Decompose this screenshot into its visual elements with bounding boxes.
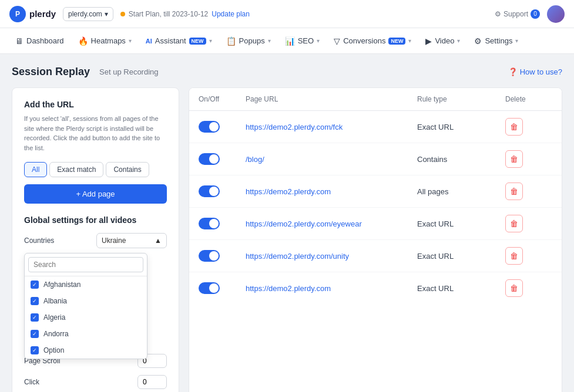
- table-row: https://demo2.plerdy.com All pages 🗑: [189, 175, 562, 208]
- url-row-5[interactable]: https://demo2.plerdy.com: [246, 284, 417, 293]
- nav-item-video[interactable]: ▶ Video ▾: [419, 33, 466, 49]
- conversions-icon: ▽: [334, 36, 340, 46]
- country-option-algeria[interactable]: Algeria: [25, 309, 147, 326]
- delete-button-row-5[interactable]: 🗑: [505, 279, 523, 297]
- country-option-andorra[interactable]: Andorra: [25, 326, 147, 342]
- click-input[interactable]: [137, 375, 167, 389]
- support-label: Support: [503, 10, 528, 18]
- nav-label-heatmaps: Heatmaps: [91, 36, 126, 45]
- video-icon: ▶: [425, 36, 432, 46]
- rule-row-1: Contains: [417, 155, 505, 164]
- nav-item-popups[interactable]: 📋 Popups ▾: [220, 33, 277, 49]
- plan-text: Start Plan, till 2023-10-12: [129, 10, 208, 18]
- country-label-algeria: Algeria: [43, 313, 65, 322]
- add-url-desc: If you select 'all', sessions from all p…: [24, 114, 167, 153]
- countries-field: Countries Ukraine ▲ Afghanistan: [24, 233, 167, 248]
- left-panel: Add the URL If you select 'all', session…: [12, 87, 179, 392]
- nav-label-popups: Popups: [239, 36, 265, 45]
- nav-item-heatmaps[interactable]: 🔥 Heatmaps ▾: [72, 33, 137, 49]
- how-to-link[interactable]: ❓ How to use?: [508, 67, 562, 76]
- plan-info: Start Plan, till 2023-10-12 Update plan: [120, 10, 250, 18]
- chevron-down-icon: ▾: [129, 38, 132, 44]
- country-search-input[interactable]: [28, 257, 143, 272]
- assistant-icon: AI: [146, 38, 152, 45]
- toggle-row-2[interactable]: [199, 185, 220, 197]
- how-to-label: How to use?: [520, 67, 562, 76]
- delete-button-row-4[interactable]: 🗑: [505, 247, 523, 265]
- new-badge-conversions: NEW: [388, 38, 405, 45]
- filter-tab-exact[interactable]: Exact match: [49, 162, 103, 177]
- table-row: https://demo2.plerdy.com/fck Exact URL 🗑: [189, 111, 562, 143]
- content-grid: Add the URL If you select 'all', session…: [12, 87, 562, 392]
- country-option-afghanistan[interactable]: Afghanistan: [25, 276, 147, 293]
- th-page-url: Page URL: [246, 95, 417, 103]
- settings-icon: ⚙: [474, 36, 482, 46]
- url-row-0[interactable]: https://demo2.plerdy.com/fck: [246, 123, 417, 131]
- nav-item-dashboard[interactable]: 🖥 Dashboard: [9, 33, 70, 49]
- chevron-down-icon: ▾: [209, 38, 212, 44]
- nav-item-settings[interactable]: ⚙ Settings ▾: [468, 33, 524, 49]
- country-label-afghanistan: Afghanistan: [43, 281, 80, 289]
- url-table: On/Off Page URL Rule type Delete https:/…: [189, 87, 562, 392]
- avatar[interactable]: [547, 5, 565, 23]
- click-field: Click: [24, 375, 167, 389]
- country-label-option: Option: [43, 346, 64, 354]
- filter-tab-all[interactable]: All: [24, 162, 47, 177]
- update-plan-link[interactable]: Update plan: [212, 10, 250, 18]
- toggle-row-0[interactable]: [199, 121, 220, 133]
- toggle-row-3[interactable]: [199, 218, 220, 229]
- add-page-button[interactable]: + Add page: [24, 184, 167, 204]
- delete-button-row-1[interactable]: 🗑: [505, 150, 523, 168]
- nav-item-seo[interactable]: 📊 SEO ▾: [279, 33, 325, 49]
- new-badge-assistant: NEW: [189, 38, 206, 45]
- checkbox-option: [31, 346, 39, 354]
- nav-label-settings: Settings: [485, 36, 512, 45]
- nav-item-assistant[interactable]: AI Assistant NEW ▾: [140, 33, 218, 49]
- toggle-row-5[interactable]: [199, 282, 220, 294]
- checkbox-algeria: [31, 313, 39, 322]
- th-delete: Delete: [505, 95, 552, 103]
- chevron-up-icon: ▲: [155, 236, 162, 245]
- rule-row-0: Exact URL: [417, 123, 505, 131]
- url-row-1[interactable]: /blog/: [246, 155, 417, 164]
- delete-button-row-0[interactable]: 🗑: [505, 118, 523, 136]
- domain-value: plerdy.com: [68, 10, 102, 18]
- nav-item-conversions[interactable]: ▽ Conversions NEW ▾: [328, 33, 417, 49]
- rule-row-3: Exact URL: [417, 219, 505, 228]
- country-options-list: Afghanistan Albania Algeria Andorra: [25, 276, 147, 359]
- nav-label-dashboard: Dashboard: [26, 36, 64, 45]
- filter-tab-contains[interactable]: Contains: [106, 162, 149, 177]
- dropdown-search-wrapper: [25, 254, 147, 276]
- url-row-2[interactable]: https://demo2.plerdy.com: [246, 187, 417, 196]
- nav-label-video: Video: [435, 36, 454, 45]
- th-rule-type: Rule type: [417, 95, 505, 103]
- domain-selector[interactable]: plerdy.com ▾: [63, 7, 113, 21]
- topbar-left: P plerdy plerdy.com ▾ Start Plan, till 2…: [9, 6, 250, 22]
- toggle-row-1[interactable]: [199, 153, 220, 165]
- toggle-row-4[interactable]: [199, 250, 220, 262]
- country-label-albania: Albania: [43, 297, 67, 305]
- chevron-down-icon: ▾: [317, 38, 320, 44]
- main-content: Session Replay Set up Recording ❓ How to…: [0, 54, 574, 392]
- nav-label-conversions: Conversions: [343, 36, 385, 45]
- setup-recording-link[interactable]: Set up Recording: [99, 67, 158, 76]
- chevron-down-icon: ▾: [515, 38, 518, 44]
- countries-dropdown-list: Afghanistan Albania Algeria Andorra: [24, 253, 147, 359]
- url-row-4[interactable]: https://demo2.plerdy.com/unity: [246, 252, 417, 261]
- country-option-option[interactable]: Option: [25, 342, 147, 359]
- question-icon: ❓: [508, 67, 518, 76]
- delete-button-row-2[interactable]: 🗑: [505, 183, 523, 200]
- countries-dropdown[interactable]: Ukraine ▲: [96, 233, 167, 248]
- heatmaps-icon: 🔥: [78, 36, 88, 46]
- seo-icon: 📊: [285, 36, 295, 46]
- url-row-3[interactable]: https://demo2.plerdy.com/eyewear: [246, 219, 417, 228]
- delete-button-row-3[interactable]: 🗑: [505, 215, 523, 232]
- table-row: https://demo2.plerdy.com/eyewear Exact U…: [189, 208, 562, 240]
- global-settings-title: Global settings for all videos: [24, 215, 167, 225]
- th-on-off: On/Off: [199, 95, 246, 103]
- support-button[interactable]: ⚙ Support 0: [495, 9, 540, 19]
- table-header: On/Off Page URL Rule type Delete: [189, 88, 562, 111]
- topbar-right: ⚙ Support 0: [495, 5, 565, 23]
- country-option-albania[interactable]: Albania: [25, 293, 147, 309]
- countries-value: Ukraine: [102, 236, 126, 245]
